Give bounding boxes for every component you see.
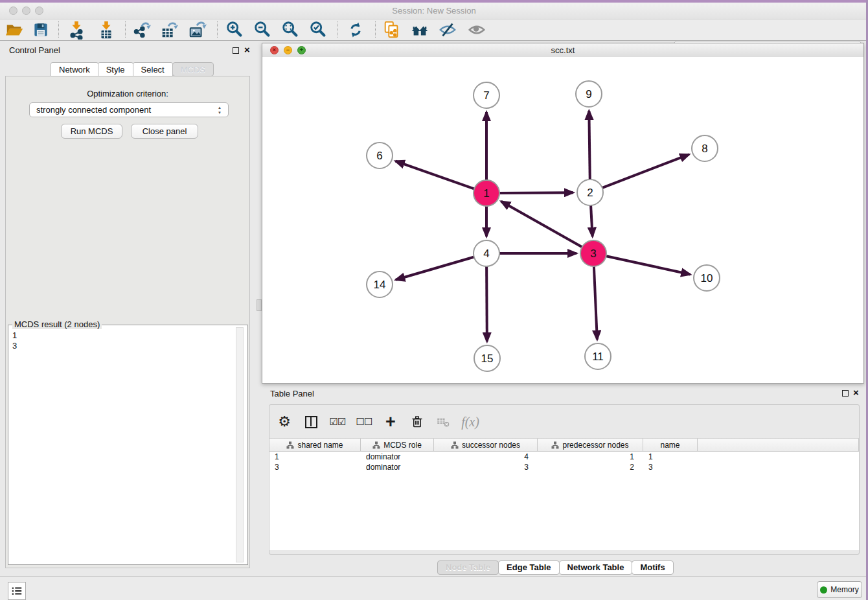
memory-button[interactable]: Memory: [817, 581, 862, 598]
graph-edge-3-11[interactable]: [594, 265, 597, 340]
cell-name[interactable]: 1: [643, 452, 698, 462]
graph-node-label: 9: [586, 88, 591, 100]
network-canvas[interactable]: 7968124314101511: [262, 57, 863, 383]
cell-predecessor-nodes[interactable]: 2: [538, 462, 643, 472]
window-title: Session: New Session: [0, 3, 868, 19]
graph-edge-3-1[interactable]: [501, 202, 584, 248]
network-window-titlebar[interactable]: × − + scc.txt: [262, 43, 863, 58]
graph-edge-2-8[interactable]: [601, 154, 689, 188]
graph-edge-2-3[interactable]: [591, 204, 593, 237]
column-header-mcds-role[interactable]: MCDS role: [361, 439, 434, 451]
graph-node-14[interactable]: 14: [367, 271, 393, 297]
export-network-button[interactable]: [130, 19, 152, 40]
save-icon: [32, 21, 50, 39]
graph-edge-3-10[interactable]: [605, 256, 691, 275]
close-panel-button[interactable]: Close panel: [131, 124, 198, 139]
delete-table-button: [435, 413, 452, 430]
table-row[interactable]: 1 dominator 4 1 1: [269, 452, 859, 462]
graph-edge-1-6[interactable]: [396, 161, 475, 189]
home-button[interactable]: [409, 19, 431, 40]
graph-node-4[interactable]: 4: [474, 240, 499, 266]
result-scrollbar[interactable]: [236, 327, 244, 562]
zoom-out-button[interactable]: [251, 19, 273, 40]
add-column-button[interactable]: +: [382, 413, 399, 430]
tab-network-table[interactable]: Network Table: [559, 560, 633, 575]
control-panel-float-button[interactable]: [233, 47, 239, 54]
graph-node-6[interactable]: 6: [367, 143, 393, 168]
zoom-selected-button[interactable]: [307, 19, 329, 40]
clone-network-icon: [382, 20, 402, 40]
splitter-grip[interactable]: [257, 299, 262, 311]
table-body: 1 dominator 4 1 1 3 dominator 3 2 3: [269, 452, 859, 550]
tab-mcds[interactable]: MCDS: [172, 62, 214, 76]
optimization-select[interactable]: strongly connected component ▲▼: [29, 102, 229, 117]
tab-edge-table[interactable]: Edge Table: [498, 560, 559, 575]
delete-column-button[interactable]: [409, 413, 426, 430]
graph-node-1[interactable]: 1: [474, 180, 499, 206]
cell-name[interactable]: 3: [643, 462, 698, 472]
toolbar-separator: [375, 21, 376, 38]
column-header-predecessor-nodes[interactable]: predecessor nodes: [538, 439, 643, 451]
graph-node-15[interactable]: 15: [474, 345, 500, 371]
refresh-button[interactable]: [345, 19, 367, 40]
control-panel-close-button[interactable]: ×: [244, 47, 250, 53]
tab-node-table[interactable]: Node Table: [437, 560, 499, 575]
show-columns-button[interactable]: [303, 413, 319, 430]
tab-motifs[interactable]: Motifs: [632, 560, 673, 575]
graph-node-8[interactable]: 8: [692, 135, 718, 161]
export-image-button[interactable]: [186, 19, 208, 40]
gear-icon: ⚙: [278, 413, 291, 430]
clone-network-button[interactable]: [381, 19, 403, 40]
graph-edge-4-14[interactable]: [396, 257, 475, 280]
deselect-all-button[interactable]: ☐☐: [356, 413, 372, 430]
table-panel-float-button[interactable]: [842, 390, 849, 397]
cell-successor-nodes[interactable]: 3: [434, 462, 538, 472]
column-header-name[interactable]: name: [643, 439, 698, 451]
zoom-fit-button[interactable]: [279, 19, 301, 40]
column-header-shared-name[interactable]: shared name: [269, 439, 361, 451]
save-session-button[interactable]: [30, 19, 52, 40]
eye-slash-icon: [438, 20, 457, 40]
table-settings-button[interactable]: ⚙: [276, 413, 293, 430]
cell-predecessor-nodes[interactable]: 1: [538, 452, 643, 462]
show-elements-button[interactable]: [466, 19, 488, 40]
run-mcds-button[interactable]: Run MCDS: [61, 124, 122, 139]
tab-style[interactable]: Style: [98, 62, 133, 76]
tab-select[interactable]: Select: [133, 62, 173, 76]
import-network-button[interactable]: [65, 19, 87, 40]
function-builder-button: f(x): [462, 413, 479, 430]
column-header-successor-nodes[interactable]: successor nodes: [434, 439, 538, 451]
graph-node-2[interactable]: 2: [577, 179, 603, 205]
optimization-criterion-label: Optimization criterion:: [0, 89, 255, 98]
import-table-button[interactable]: [95, 19, 117, 40]
delete-table-icon: [436, 414, 451, 430]
hide-elements-button[interactable]: [437, 19, 459, 40]
export-table-button[interactable]: [158, 19, 180, 40]
graph-node-11[interactable]: 11: [585, 343, 611, 369]
graph-node-label: 3: [590, 248, 596, 260]
open-session-button[interactable]: [3, 19, 25, 40]
cell-mcds-role[interactable]: dominator: [361, 462, 434, 472]
graph-node-label: 4: [483, 248, 489, 260]
graph-node-3[interactable]: 3: [580, 240, 606, 266]
cell-successor-nodes[interactable]: 4: [434, 452, 538, 462]
table-row[interactable]: 3 dominator 3 2 3: [269, 462, 859, 472]
cell-shared-name[interactable]: 1: [269, 452, 361, 462]
table-panel-close-button[interactable]: ×: [853, 389, 859, 396]
zoom-in-button[interactable]: [223, 19, 246, 40]
mcds-result-item[interactable]: 3: [12, 341, 17, 351]
cell-shared-name[interactable]: 3: [269, 462, 361, 472]
select-all-button[interactable]: ☑☑: [329, 413, 346, 430]
mcds-result-list: 1 3: [12, 330, 17, 351]
graph-node-10[interactable]: 10: [694, 265, 720, 291]
cell-mcds-role[interactable]: dominator: [361, 452, 434, 462]
graph-edge-1-2[interactable]: [498, 192, 573, 193]
mcds-result-item[interactable]: 1: [12, 330, 17, 341]
tab-network[interactable]: Network: [51, 62, 98, 76]
graph-node-9[interactable]: 9: [576, 81, 602, 107]
graph-node-7[interactable]: 7: [474, 82, 499, 108]
graph-edge-4-15[interactable]: [486, 265, 487, 341]
network-graph[interactable]: 7968124314101511: [262, 57, 863, 383]
task-history-button[interactable]: [8, 582, 26, 600]
graph-edge-2-9[interactable]: [589, 111, 589, 181]
